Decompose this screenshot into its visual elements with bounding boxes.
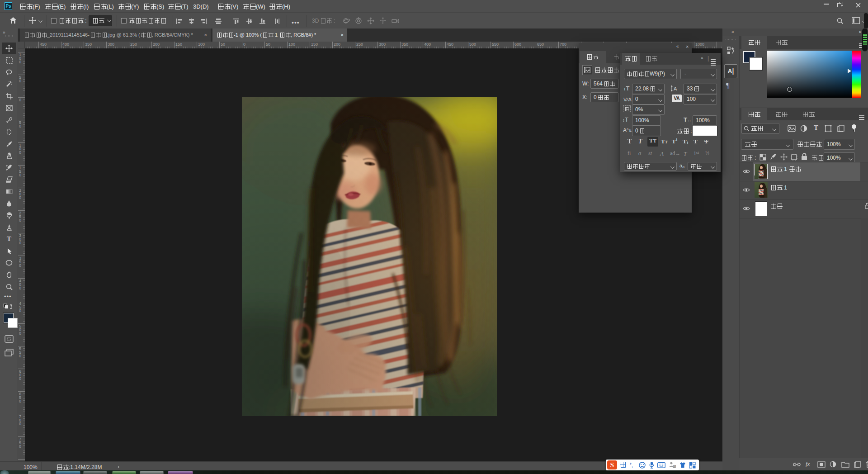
- svg-text:A: A: [674, 86, 677, 91]
- svg-text:20: 20: [673, 465, 676, 468]
